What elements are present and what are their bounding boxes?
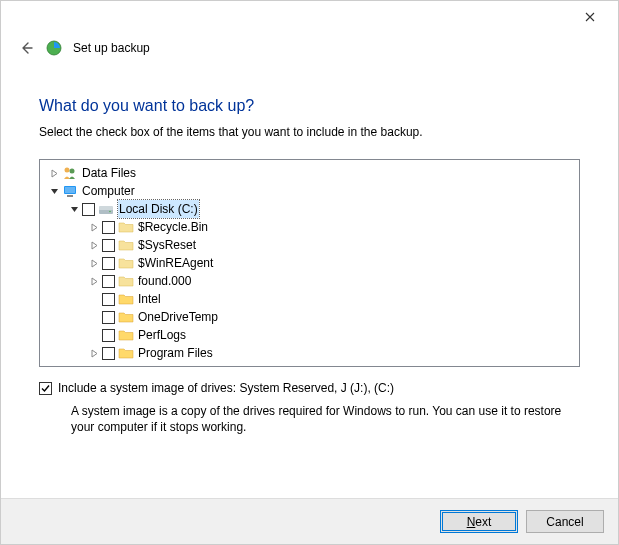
- button-bar: Next Cancel: [1, 498, 618, 544]
- instruction-text: Select the check box of the items that y…: [39, 125, 580, 139]
- expand-icon[interactable]: [48, 167, 60, 179]
- tree-label: $Recycle.Bin: [138, 218, 208, 236]
- backup-tree[interactable]: Data Files Computer Local Disk (C:): [39, 159, 580, 367]
- svg-point-9: [109, 211, 111, 213]
- tree-item-data-files[interactable]: Data Files: [40, 164, 579, 182]
- tree-label: Intel: [138, 290, 161, 308]
- cancel-button[interactable]: Cancel: [526, 510, 604, 533]
- expand-icon[interactable]: [88, 257, 100, 269]
- tree-label: Program Files: [138, 344, 213, 362]
- tree-label: PerfLogs: [138, 326, 186, 344]
- page-heading: What do you want to back up?: [39, 97, 580, 115]
- tree-item-folder[interactable]: Intel: [40, 290, 579, 308]
- next-button[interactable]: Next: [440, 510, 518, 533]
- tree-label: Data Files: [82, 164, 136, 182]
- people-icon: [62, 165, 78, 181]
- folder-icon: [118, 273, 134, 289]
- next-rest: ext: [475, 515, 491, 529]
- computer-icon: [62, 183, 78, 199]
- folder-icon: [118, 309, 134, 325]
- checkbox[interactable]: [82, 203, 95, 216]
- tree-label: OneDriveTemp: [138, 308, 218, 326]
- folder-icon: [118, 255, 134, 271]
- tree-item-folder[interactable]: OneDriveTemp: [40, 308, 579, 326]
- tree-item-computer[interactable]: Computer: [40, 182, 579, 200]
- checkbox[interactable]: [102, 239, 115, 252]
- svg-rect-5: [65, 187, 75, 193]
- back-arrow-icon: [18, 40, 34, 56]
- checkbox[interactable]: [102, 275, 115, 288]
- tree-item-folder[interactable]: $SysReset: [40, 236, 579, 254]
- svg-point-2: [65, 168, 70, 173]
- expand-icon[interactable]: [88, 239, 100, 251]
- tree-label: found.000: [138, 272, 191, 290]
- checkbox[interactable]: [102, 347, 115, 360]
- expand-icon[interactable]: [88, 275, 100, 287]
- checkbox[interactable]: [102, 257, 115, 270]
- system-image-hint: A system image is a copy of the drives r…: [71, 403, 580, 435]
- folder-icon: [118, 291, 134, 307]
- system-image-label: Include a system image of drives: System…: [58, 381, 394, 395]
- close-button[interactable]: [570, 3, 610, 31]
- back-button[interactable]: [17, 39, 35, 57]
- checkmark-icon: [40, 383, 51, 394]
- checkbox[interactable]: [102, 293, 115, 306]
- drive-icon: [98, 201, 114, 217]
- tree-item-local-disk[interactable]: Local Disk (C:): [40, 200, 579, 218]
- expand-icon[interactable]: [88, 221, 100, 233]
- checkbox[interactable]: [102, 221, 115, 234]
- checkbox[interactable]: [102, 329, 115, 342]
- expand-icon[interactable]: [88, 347, 100, 359]
- svg-rect-6: [67, 195, 73, 197]
- window-title: Set up backup: [73, 41, 150, 55]
- folder-icon: [118, 327, 134, 343]
- tree-label: Computer: [82, 182, 135, 200]
- tree-item-folder[interactable]: $Recycle.Bin: [40, 218, 579, 236]
- tree-item-folder[interactable]: $WinREAgent: [40, 254, 579, 272]
- checkbox[interactable]: [102, 311, 115, 324]
- svg-rect-8: [99, 206, 113, 210]
- close-icon: [585, 12, 595, 22]
- tree-label: $WinREAgent: [138, 254, 213, 272]
- tree-item-folder[interactable]: Program Files: [40, 344, 579, 362]
- folder-icon: [118, 237, 134, 253]
- collapse-icon[interactable]: [68, 203, 80, 215]
- system-image-checkbox[interactable]: [39, 382, 52, 395]
- wizard-icon: [45, 39, 63, 57]
- folder-icon: [118, 345, 134, 361]
- tree-label: $SysReset: [138, 236, 196, 254]
- collapse-icon[interactable]: [48, 185, 60, 197]
- folder-icon: [118, 219, 134, 235]
- tree-item-folder[interactable]: found.000: [40, 272, 579, 290]
- tree-item-folder[interactable]: PerfLogs: [40, 326, 579, 344]
- tree-label: Local Disk (C:): [118, 200, 199, 218]
- svg-point-3: [70, 169, 75, 174]
